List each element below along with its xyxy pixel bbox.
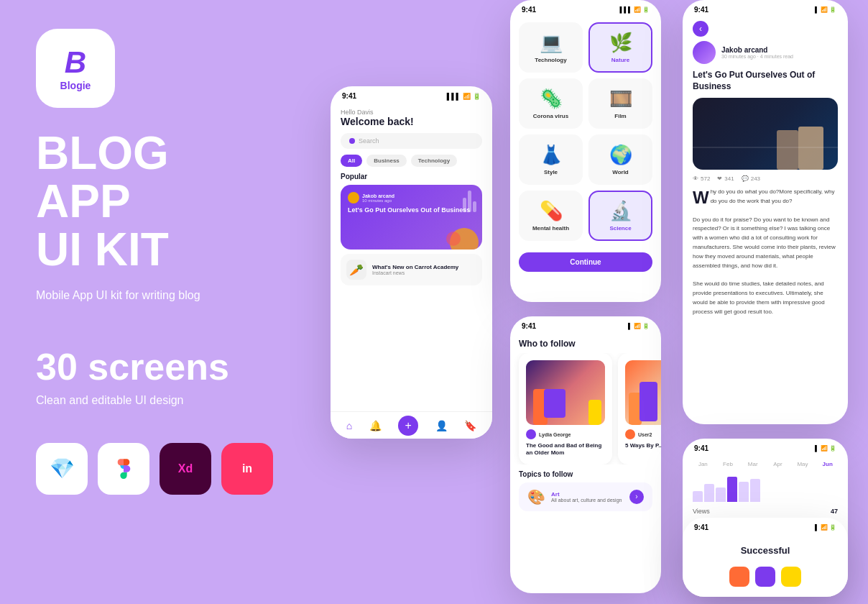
small-card[interactable]: 🥕 What's New on Carrot Academy Instacart… [341, 254, 482, 285]
status-bar-1: 9:41 ▌▌▌ 📶 🔋 [331, 86, 492, 103]
comments-stat: 💬 243 [742, 175, 760, 182]
time-6: 9:41 [694, 523, 708, 531]
card1-author: Jakob arcand [362, 193, 394, 198]
search-placeholder: Search [359, 137, 379, 145]
time-3: 9:41 [522, 322, 536, 330]
topics-title: Topics to follow [510, 465, 661, 482]
cat-film[interactable]: 🎞️ Film [588, 78, 652, 129]
follow-card-img-2 [625, 360, 661, 425]
phone-article: 9:41 ▌ 📶 🔋 ‹ Jakob arcand 30 minutes ago… [683, 0, 848, 424]
topic-art-name: Art [551, 491, 624, 498]
logo-letter: B [65, 45, 86, 80]
article-author-info: Jakob arcand 30 minutes ago · 4 minutes … [721, 46, 793, 59]
month-nav: Jan Feb Mar Apr May Jun [693, 461, 838, 467]
logo: B Blogie [36, 29, 115, 108]
mental-emoji: 💊 [540, 200, 563, 222]
back-button[interactable]: ‹ [693, 21, 708, 37]
month-may: May [793, 461, 813, 467]
phone1-content: Hello Davis Welcome back! Search All Bus… [331, 103, 492, 291]
article-author-row: Jakob arcand 30 minutes ago · 4 minutes … [683, 41, 848, 70]
sketch-tool-icon: 💎 [36, 443, 88, 495]
world-emoji: 🌍 [609, 144, 632, 166]
tab-business[interactable]: Business [366, 155, 407, 167]
cat-corona[interactable]: 🦠 Corona virus [519, 78, 583, 129]
cat-style[interactable]: 👗 Style [519, 134, 583, 185]
status-icons-2: ▌▌▌ 📶 🔋 [620, 6, 650, 13]
categories-grid: 💻 Technology 🌿 Nature 🦠 Corona virus 🎞️ … [510, 17, 661, 247]
screens-count: 30 screens [36, 345, 273, 388]
article-author-time: 30 minutes ago · 4 minutes read [721, 54, 793, 59]
small-card-title: What's New on Carrot Academy [372, 264, 458, 270]
bookmark-nav-icon[interactable]: 🔖 [464, 420, 476, 431]
month-feb: Feb [718, 461, 739, 467]
user-nav-icon[interactable]: 👤 [435, 420, 448, 431]
follow-card-title-2: 5 Ways By P... [625, 442, 661, 449]
bell-nav-icon[interactable]: 🔔 [369, 420, 382, 431]
phone-success: 9:41 ▌ 📶 🔋 Successful [683, 518, 848, 597]
invision-tool-icon: in [221, 443, 273, 495]
cat-nature-label: Nature [611, 57, 629, 63]
featured-card[interactable]: Jakob arcand 10 minutes ago Let's Go Put… [341, 185, 482, 250]
follow-avatar-2 [625, 429, 635, 439]
logo-name: Blogie [60, 80, 91, 91]
tab-all[interactable]: All [341, 155, 362, 167]
time-5: 9:41 [694, 444, 708, 452]
search-icon [349, 138, 355, 144]
time-2: 9:41 [522, 6, 536, 14]
welcome: Welcome back! [341, 116, 482, 127]
status-icons-1: ▌▌▌ 📶 🔋 [447, 93, 481, 100]
time-4: 9:41 [694, 6, 708, 14]
drop-cap: W [693, 191, 709, 204]
article-body-3: She would do time studies, take detailed… [693, 280, 825, 314]
card1-time: 10 minutes ago [362, 198, 394, 203]
month-jun[interactable]: Jun [817, 461, 838, 467]
filter-tabs: All Business Technology [341, 155, 482, 167]
cat-world-label: World [612, 169, 629, 175]
views-stat: 👁 572 [693, 175, 710, 182]
add-fab[interactable]: + [398, 416, 418, 436]
cat-nature[interactable]: 🌿 Nature [588, 22, 652, 73]
follow-card-2[interactable]: User2 5 Ways By P... [618, 353, 661, 465]
topic-arrow[interactable]: › [629, 490, 644, 504]
cat-corona-label: Corona virus [533, 113, 568, 119]
topic-art-desc: All about art, culture and design [551, 498, 624, 503]
style-emoji: 👗 [540, 144, 563, 166]
views-value: 47 [831, 508, 838, 515]
cat-technology[interactable]: 💻 Technology [519, 22, 583, 73]
status-bar-5: 9:41 ▌ 📶 🔋 [683, 439, 848, 455]
carrot-icon: 🥕 [346, 260, 366, 280]
tool-icons: 💎 Xd in [36, 443, 273, 495]
status-icons-5: ▌ 📶 🔋 [815, 445, 836, 452]
status-bar-3: 9:41 ▌ 📶 🔋 [510, 316, 661, 333]
cat-world[interactable]: 🌍 World [588, 134, 652, 185]
article-author-name: Jakob arcand [721, 46, 793, 54]
month-mar: Mar [742, 461, 763, 467]
corona-emoji: 🦠 [540, 88, 563, 110]
hero-title: BLOG APP UI KIT [36, 129, 273, 275]
left-section: B Blogie BLOG APP UI KIT Mobile App UI k… [0, 0, 309, 604]
cat-style-label: Style [544, 169, 558, 175]
cat-science[interactable]: 🔬 Science [588, 191, 652, 241]
follow-card-1[interactable]: Lydia George The Good and Bad of Being a… [519, 353, 612, 465]
follow-author-name-2: User2 [638, 432, 652, 437]
cat-mental[interactable]: 💊 Mental health [519, 191, 583, 241]
phone-follow: 9:41 ▌ 📶 🔋 Who to follow Lydia George Th… [510, 316, 661, 593]
follow-cards: Lydia George The Good and Bad of Being a… [510, 353, 661, 465]
science-emoji: 🔬 [609, 200, 632, 222]
views-label: Views [693, 508, 710, 515]
article-body-2: Do you do it for praise? Do you want to … [693, 216, 836, 269]
search-bar[interactable]: Search [341, 133, 482, 149]
continue-button[interactable]: Continue [519, 252, 652, 272]
screens-desc: Clean and editable UI design [36, 394, 273, 407]
follow-card-author-2: User2 [625, 429, 661, 439]
art-emoji: 🎨 [527, 488, 545, 505]
tech-emoji: 💻 [540, 32, 563, 54]
article-stats: 👁 572 ❤ 341 💬 243 [683, 175, 848, 188]
cat-technology-label: Technology [535, 57, 566, 63]
nature-emoji: 🌿 [609, 32, 632, 54]
popular-label: Popular [341, 173, 482, 180]
tab-technology[interactable]: Technology [411, 155, 457, 167]
status-icons-4: ▌ 📶 🔋 [815, 6, 836, 13]
home-nav-icon[interactable]: ⌂ [346, 420, 352, 431]
topic-art[interactable]: 🎨 Art All about art, culture and design … [519, 482, 652, 511]
